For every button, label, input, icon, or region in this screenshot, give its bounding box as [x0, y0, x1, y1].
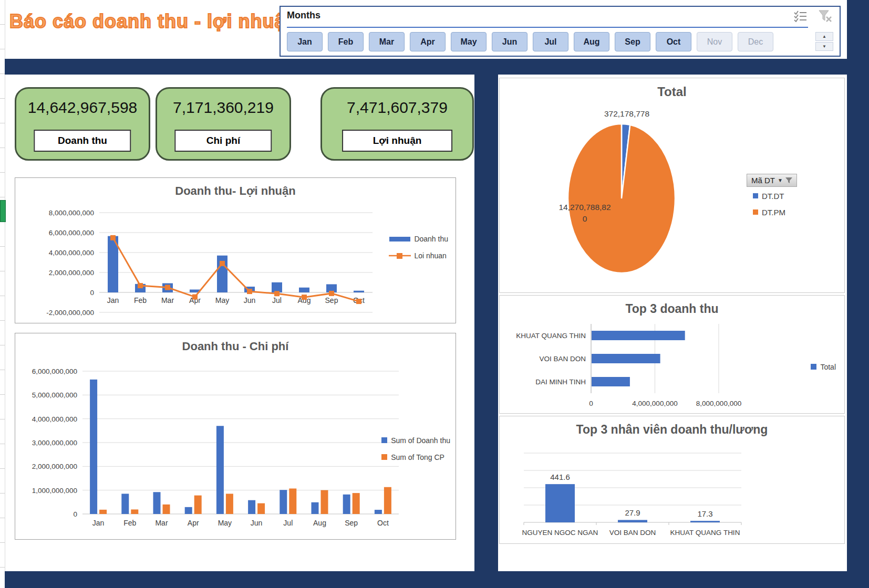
chart-title: Total — [500, 85, 844, 99]
legend-item[interactable]: Loi nhuan — [389, 251, 448, 260]
svg-text:NGUYEN NGOC NGAN: NGUYEN NGOC NGAN — [522, 529, 598, 537]
svg-text:6,000,000,000: 6,000,000,000 — [32, 368, 77, 375]
chart-title: Doanh thu - Chi phí — [15, 340, 456, 353]
svg-text:-2,000,000,000: -2,000,000,000 — [46, 309, 94, 317]
slicer-button-jan[interactable]: Jan — [287, 32, 323, 51]
chart-top3-doanh-thu: Top 3 doanh thu 04,000,000,0008,000,000,… — [499, 295, 845, 414]
slicer-button-dec[interactable]: Dec — [738, 32, 773, 51]
dashboard-page: Báo cáo doanh thu - lợi nhuận Months — [0, 0, 869, 588]
kpi-value: 7,471,607,379 — [322, 98, 472, 117]
kpi-label[interactable]: Doanh thu — [34, 130, 131, 152]
legend-item[interactable]: Sum of Tong CP — [381, 453, 450, 461]
svg-text:3,000,000,000: 3,000,000,000 — [32, 439, 77, 447]
chart-doanh-thu-chi-phi: Doanh thu - Chi phí 01,000,000,0002,000,… — [15, 333, 456, 540]
svg-text:6,000,000,000: 6,000,000,000 — [49, 229, 94, 237]
slicer-button-jun[interactable]: Jun — [492, 32, 527, 51]
svg-text:Apr: Apr — [188, 519, 199, 527]
svg-text:KHUAT QUANG THIN: KHUAT QUANG THIN — [516, 332, 586, 340]
slicer-title: Months — [287, 10, 320, 21]
frame-divider — [474, 75, 498, 571]
svg-text:441.6: 441.6 — [550, 472, 570, 481]
svg-text:Sep: Sep — [345, 519, 358, 527]
kpi-value: 14,642,967,598 — [16, 98, 149, 117]
svg-text:Jul: Jul — [272, 296, 282, 304]
slicer-scroll-down[interactable]: ▼ — [815, 42, 833, 51]
slicer-scroll-up[interactable]: ▲ — [815, 32, 833, 41]
legend-item[interactable]: Sum of Doanh thu — [381, 436, 450, 445]
frame-right-band — [847, 0, 869, 588]
square-swatch — [811, 364, 817, 370]
legend-item[interactable]: DT.DT — [753, 192, 785, 201]
kpi-value: 7,171,360,219 — [157, 98, 289, 117]
svg-text:Aug: Aug — [313, 519, 326, 527]
svg-text:27.9: 27.9 — [625, 508, 640, 517]
svg-text:2,000,000,000: 2,000,000,000 — [32, 463, 77, 470]
kpi-label[interactable]: Lợi nhuận — [342, 130, 452, 152]
filter-funnel-icon — [785, 177, 792, 184]
chart-top3-nhan-vien: Top 3 nhân viên doanh thu/lương 441.6NGU… — [499, 416, 845, 544]
slicer-button-nov[interactable]: Nov — [697, 32, 732, 51]
pie-field-button[interactable]: Mã DT ▼ — [747, 174, 797, 187]
svg-text:4,000,000,000: 4,000,000,000 — [32, 415, 77, 423]
combo-chart-plot: -2,000,000,00002,000,000,0004,000,000,00… — [15, 201, 454, 323]
svg-text:Jul: Jul — [283, 519, 293, 527]
svg-text:5,000,000,000: 5,000,000,000 — [32, 391, 77, 399]
clear-filter-icon[interactable] — [819, 10, 832, 25]
kpi-card-chi-phi: 7,171,360,219 Chi phí — [156, 87, 291, 161]
legend-item[interactable]: Doanh thu — [389, 235, 448, 243]
months-slicer[interactable]: Months JanFebMarAprMayJunJulAugSep — [280, 6, 841, 57]
svg-text:Mar: Mar — [155, 519, 168, 527]
svg-text:Sep: Sep — [325, 296, 338, 304]
column-plot: 441.6NGUYEN NGOC NGAN27.9VOI BAN DON17.3… — [500, 439, 843, 543]
chart-doanh-thu-loi-nhuan: Doanh thu- Lợi nhuận -2,000,000,00002,00… — [15, 177, 456, 323]
hbar-plot: 04,000,000,0008,000,000,000KHUAT QUANG T… — [500, 317, 843, 413]
selected-cell-indicator — [0, 200, 6, 222]
svg-text:372,178,778: 372,178,778 — [604, 109, 649, 118]
square-swatch — [381, 454, 388, 460]
svg-text:May: May — [218, 519, 232, 527]
svg-text:4,000,000,000: 4,000,000,000 — [49, 249, 94, 257]
slicer-button-aug[interactable]: Aug — [574, 32, 609, 51]
svg-text:Feb: Feb — [123, 519, 136, 527]
slicer-button-mar[interactable]: Mar — [369, 32, 405, 51]
slicer-buttons: JanFebMarAprMayJunJulAugSepOctNovDec — [287, 32, 773, 51]
slicer-scrollbar: ▲ ▼ — [815, 32, 833, 51]
frame-top-band — [5, 59, 869, 75]
pie-plot: 372,178,77814,270,788,820 — [500, 101, 843, 291]
svg-text:KHUAT QUANG THIN: KHUAT QUANG THIN — [670, 529, 740, 537]
svg-text:Feb: Feb — [134, 296, 147, 304]
multi-select-icon[interactable] — [793, 10, 807, 24]
page-title: Báo cáo doanh thu - lợi nhuận — [9, 10, 298, 33]
slicer-button-feb[interactable]: Feb — [328, 32, 364, 51]
svg-text:Mar: Mar — [161, 296, 174, 304]
chart-legend: Sum of Doanh thu Sum of Tong CP — [381, 436, 450, 461]
dropdown-arrow-icon: ▼ — [778, 177, 783, 183]
svg-text:May: May — [215, 296, 229, 304]
svg-text:0: 0 — [73, 510, 77, 518]
svg-text:Jan: Jan — [107, 296, 119, 304]
slicer-button-sep[interactable]: Sep — [615, 32, 650, 51]
chart-title: Top 3 doanh thu — [500, 302, 844, 316]
chart-title: Top 3 nhân viên doanh thu/lương — [500, 423, 844, 437]
svg-text:0: 0 — [90, 289, 94, 297]
square-swatch — [381, 437, 388, 444]
slicer-divider — [287, 27, 808, 28]
square-swatch — [753, 193, 759, 199]
legend-item[interactable]: Total — [811, 363, 836, 371]
kpi-label[interactable]: Chi phí — [174, 130, 272, 152]
svg-text:0: 0 — [589, 400, 593, 407]
frame-bottom-band — [5, 571, 869, 588]
svg-text:2,000,000,000: 2,000,000,000 — [49, 269, 94, 277]
kpi-card-doanh-thu: 14,642,967,598 Doanh thu — [15, 87, 150, 161]
slicer-button-may[interactable]: May — [451, 32, 487, 51]
svg-text:17.3: 17.3 — [697, 509, 712, 518]
svg-text:VOI BAN DON: VOI BAN DON — [609, 529, 656, 537]
svg-text:VOI BAN DON: VOI BAN DON — [539, 355, 586, 363]
slicer-button-apr[interactable]: Apr — [410, 32, 446, 51]
legend-item[interactable]: DT.PM — [753, 208, 785, 217]
pie-legend: DT.DT DT.PM — [753, 192, 785, 217]
slicer-button-jul[interactable]: Jul — [533, 32, 568, 51]
svg-text:Jan: Jan — [92, 519, 105, 527]
chart-total-pie: Total 372,178,77814,270,788,820 Mã DT ▼ … — [499, 78, 845, 293]
slicer-button-oct[interactable]: Oct — [656, 32, 691, 51]
